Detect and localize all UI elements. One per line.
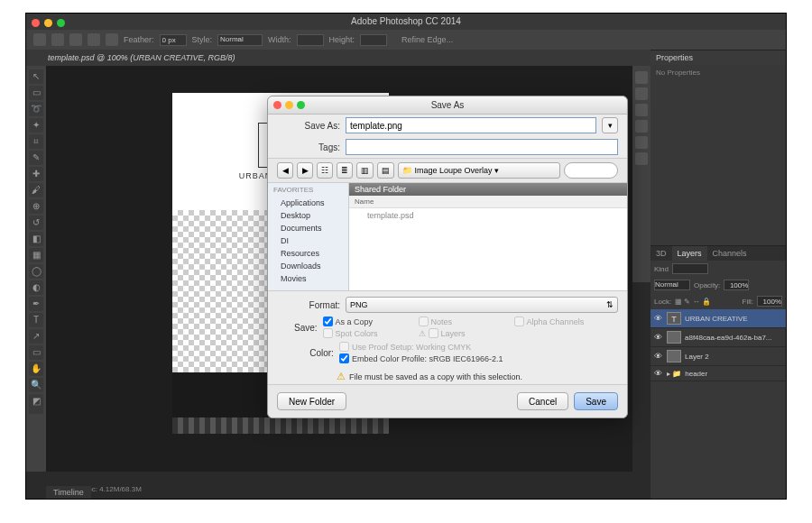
swatch-icon[interactable]: ◩ [29, 394, 43, 414]
height-input[interactable] [360, 34, 387, 46]
format-select[interactable]: PNG ⇅ [346, 297, 618, 313]
visibility-icon[interactable]: 👁 [654, 333, 663, 342]
dialog-close-icon[interactable] [273, 101, 281, 109]
swatches-panel-icon[interactable] [635, 104, 648, 116]
lasso-tool-icon[interactable]: ➰ [29, 102, 43, 116]
width-input[interactable] [297, 34, 324, 46]
view-list-button[interactable]: ≣ [337, 162, 353, 179]
back-button[interactable]: ◀ [277, 162, 293, 179]
filename-input[interactable] [346, 117, 596, 133]
brush-tool-icon[interactable]: 🖌 [29, 183, 43, 197]
marquee-tool-icon[interactable]: ▭ [29, 86, 43, 100]
eraser-tool-icon[interactable]: ◧ [29, 232, 43, 246]
kind-select[interactable] [672, 263, 708, 274]
styles-panel-icon[interactable] [635, 152, 648, 165]
sidebar-item[interactable]: Resources [268, 247, 348, 260]
properties-title[interactable]: Properties [651, 50, 786, 65]
save-button[interactable]: Save [574, 392, 618, 410]
view-cover-button[interactable]: ▤ [377, 162, 394, 179]
tab-channels[interactable]: Channels [707, 246, 752, 261]
cancel-button[interactable]: Cancel [517, 392, 568, 410]
sidebar-item[interactable]: Applications [268, 197, 348, 209]
zoom-tool-icon[interactable]: 🔍 [29, 378, 43, 392]
tool-preset-icon[interactable] [33, 33, 46, 46]
color-panel-icon[interactable] [635, 87, 648, 100]
layer-name[interactable]: header [685, 370, 707, 378]
sidebar-item[interactable]: Documents [268, 222, 348, 234]
selection-subtract-icon[interactable] [88, 33, 100, 46]
stamp-tool-icon[interactable]: ⊕ [29, 199, 43, 214]
pen-tool-icon[interactable]: ✒ [29, 297, 43, 311]
feather-input[interactable] [160, 34, 187, 46]
heal-tool-icon[interactable]: ✚ [29, 167, 43, 181]
selection-add-icon[interactable] [69, 33, 82, 46]
search-input[interactable] [564, 162, 618, 179]
visibility-icon[interactable]: 👁 [654, 369, 663, 378]
wand-tool-icon[interactable]: ✦ [29, 118, 43, 133]
name-column-header[interactable]: Name [349, 196, 627, 208]
file-item[interactable]: template.psd [349, 208, 627, 223]
opacity-input[interactable] [724, 280, 749, 290]
style-label: Style: [192, 35, 213, 44]
lock-label: Lock: [654, 298, 671, 306]
view-column-button[interactable]: ▥ [356, 162, 374, 179]
embed-profile-checkbox[interactable]: Embed Color Profile: sRGB IEC61966-2.1 [339, 353, 503, 363]
tab-3d[interactable]: 3D [651, 246, 672, 261]
location-select[interactable]: 📁 Image Loupe Overlay ▾ [398, 162, 560, 179]
move-tool-icon[interactable]: ↖ [29, 69, 43, 84]
timeline-tab[interactable]: Timeline [46, 486, 91, 499]
sidebar-item[interactable]: DI [268, 234, 348, 247]
selection-new-icon[interactable] [51, 33, 64, 46]
eyedropper-tool-icon[interactable]: ✎ [29, 151, 43, 165]
history-panel-icon[interactable] [635, 71, 648, 84]
doc-size[interactable]: Doc: 4.12M/68.3M [82, 485, 141, 493]
folder-toggle-icon[interactable]: ▸ 📁 [667, 370, 681, 378]
fill-input[interactable] [757, 296, 782, 307]
zoom-icon[interactable] [57, 19, 65, 27]
history-brush-icon[interactable]: ↺ [29, 216, 43, 230]
crop-tool-icon[interactable]: ⌗ [29, 134, 43, 149]
layer-row[interactable]: 👁 Layer 2 [651, 347, 786, 366]
tags-input[interactable] [346, 139, 618, 155]
hand-tool-icon[interactable]: ✋ [29, 362, 43, 376]
new-folder-button[interactable]: New Folder [277, 392, 346, 410]
selection-intersect-icon[interactable] [106, 33, 118, 46]
tab-layers[interactable]: Layers [672, 246, 707, 261]
layer-row[interactable]: 👁 ▸ 📁 header [651, 366, 786, 381]
blend-mode-select[interactable]: Normal [654, 280, 690, 290]
sidebar-item[interactable]: Desktop [268, 209, 348, 222]
view-icon-button[interactable]: ☷ [317, 162, 333, 179]
lock-icons[interactable]: ▦ ✎ ↔ 🔒 [675, 298, 738, 306]
dialog-zoom-icon[interactable] [297, 101, 305, 109]
app-title: Adobe Photoshop CC 2014 [26, 14, 786, 30]
visibility-icon[interactable]: 👁 [654, 314, 663, 323]
dialog-minimize-icon[interactable] [285, 101, 293, 109]
shared-folder-header[interactable]: Shared Folder [355, 185, 622, 194]
layer-name[interactable]: URBAN CREATIVE [685, 315, 748, 323]
sidebar-item[interactable]: Downloads [268, 260, 348, 272]
adjustments-panel-icon[interactable] [635, 136, 648, 149]
libraries-panel-icon[interactable] [635, 120, 648, 133]
layer-row[interactable]: 👁 a8f48caa-ea9d-462a-ba7... [651, 328, 786, 347]
style-select[interactable]: Normal [217, 34, 263, 46]
close-icon[interactable] [32, 19, 40, 27]
layer-name[interactable]: a8f48caa-ea9d-462a-ba7... [685, 334, 772, 342]
layers-lock-row: Lock: ▦ ✎ ↔ 🔒 Fill: [651, 293, 786, 309]
dodge-tool-icon[interactable]: ◐ [29, 280, 43, 295]
path-tool-icon[interactable]: ↗ [29, 329, 43, 344]
layer-row[interactable]: 👁 T URBAN CREATIVE [651, 309, 786, 328]
visibility-icon[interactable]: 👁 [654, 352, 663, 361]
minimize-icon[interactable] [44, 19, 52, 27]
as-copy-checkbox[interactable]: As a Copy [323, 317, 404, 326]
blur-tool-icon[interactable]: ◯ [29, 264, 43, 279]
type-tool-icon[interactable]: T [29, 313, 43, 327]
shape-tool-icon[interactable]: ▭ [29, 345, 43, 360]
sidebar-item[interactable]: Movies [268, 272, 348, 285]
forward-button[interactable]: ▶ [297, 162, 313, 179]
layer-name[interactable]: Layer 2 [685, 353, 709, 361]
refine-edge-button[interactable]: Refine Edge... [401, 35, 453, 44]
gradient-tool-icon[interactable]: ▦ [29, 248, 43, 262]
feather-label: Feather: [124, 35, 154, 44]
expand-collapse-button[interactable]: ▾ [602, 117, 618, 133]
save-options-label: Save: [277, 323, 318, 333]
